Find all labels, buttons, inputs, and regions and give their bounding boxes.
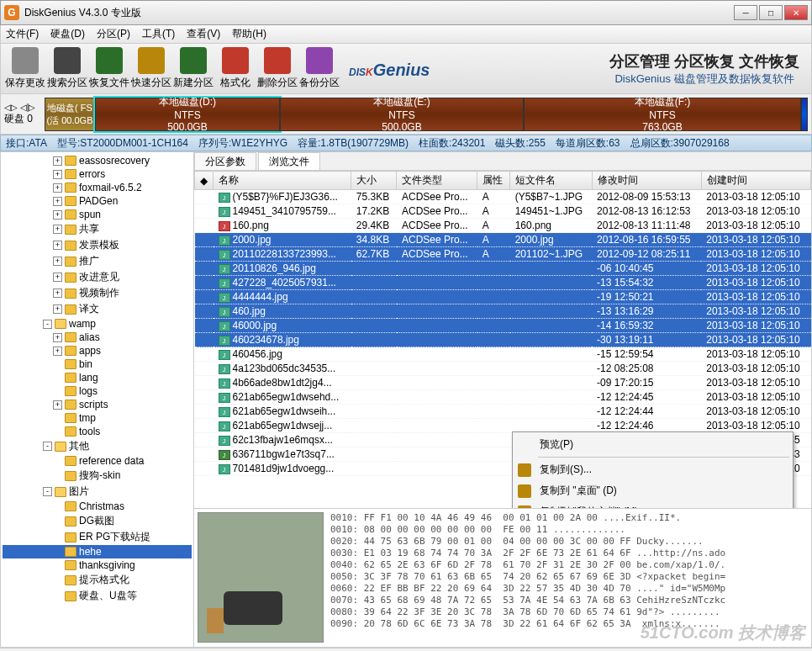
file-row[interactable]: J4444444.jpg-19 12:50:212013-03-18 12:05… xyxy=(195,290,811,304)
column-header[interactable]: 文件类型 xyxy=(397,172,477,190)
partition[interactable]: 本地磁盘(F:)NTFS763.0GB xyxy=(524,98,801,131)
menu-item[interactable]: 文件(F) xyxy=(6,27,39,41)
tree-item[interactable]: -其他 xyxy=(3,438,192,454)
file-row[interactable]: J20110826_946.jpg-06 10:40:452013-03-18 … xyxy=(195,262,811,276)
column-header[interactable]: 属性 xyxy=(477,172,510,190)
file-row[interactable]: J(Y5$B7}%FJ)EJ3G36...75.3KBACDSee Pro...… xyxy=(195,190,811,204)
tree-item[interactable]: 提示格式化 xyxy=(3,572,192,588)
status-bar: 将当前选定的文件从磁盘上彻底删除。 xyxy=(0,648,812,651)
file-row[interactable]: J621ab65egw1dwsejj...-12 12:24:462013-03… xyxy=(195,419,811,433)
tree-item[interactable]: +foxmail-v6.5.2 xyxy=(3,181,192,194)
tree-item[interactable]: 硬盘、U盘等 xyxy=(3,588,192,604)
menu-item[interactable]: 复制到 "桌面" (D) xyxy=(514,480,791,501)
file-row[interactable]: J460456.jpg-15 12:59:542013-03-18 12:05:… xyxy=(195,347,811,362)
column-header[interactable]: 修改时间 xyxy=(592,172,701,190)
tree-item[interactable]: reference data xyxy=(3,454,192,468)
menu-item[interactable]: 分区(P) xyxy=(97,27,130,41)
toolbar-button[interactable]: 快速分区 xyxy=(130,47,172,90)
tab[interactable]: 分区参数 xyxy=(194,152,256,170)
window-title: DiskGenius V4.3.0 专业版 xyxy=(24,6,734,20)
tree-item[interactable]: +视频制作 xyxy=(3,285,192,301)
file-row[interactable]: J4a123bd065dc34535...-12 08:25:082013-03… xyxy=(195,362,811,376)
tree-item[interactable]: thanksgiving xyxy=(3,558,192,572)
column-header[interactable]: 短文件名 xyxy=(510,172,592,190)
disk-info-bar: 接口:ATA 型号:ST2000DM001-1CH164 序列号:W1E2YHY… xyxy=(0,135,812,151)
tree-item[interactable]: -wamp xyxy=(3,317,192,331)
app-icon: G xyxy=(4,5,19,20)
tree-item[interactable]: +PADGen xyxy=(3,194,192,208)
brand-slogan: 分区管理 分区恢复 文件恢复 DiskGenius 磁盘管理及数据恢复软件 xyxy=(609,51,808,87)
file-row[interactable]: J2000.jpg34.8KBACDSee Pro...A2000.jpg201… xyxy=(195,233,811,247)
tree-item[interactable]: tmp xyxy=(3,411,192,425)
file-row[interactable]: J46000.jpg-14 16:59:322013-03-18 12:05:1… xyxy=(195,319,811,333)
toolbar-button[interactable]: 新建分区 xyxy=(172,47,214,90)
partition[interactable]: 本地磁盘(E:)NTFS500.0GB xyxy=(280,98,524,131)
tree-item[interactable]: +译文 xyxy=(3,301,192,317)
tab[interactable]: 浏览文件 xyxy=(258,152,320,170)
partition[interactable]: 本地磁盘(D:)NTFS500.0GB xyxy=(95,98,280,131)
tree-item[interactable]: ER PG下载站提 xyxy=(3,529,192,545)
tree-item[interactable]: tools xyxy=(3,425,192,438)
toolbar-button[interactable]: 保存更改 xyxy=(4,47,46,90)
thumbnail xyxy=(198,512,324,643)
tree-item[interactable]: hehe xyxy=(3,545,192,558)
file-grid[interactable]: ◆名称大小文件类型属性短文件名修改时间创建时间 J(Y5$B7}%FJ)EJ3G… xyxy=(194,171,811,508)
toolbar: 保存更改搜索分区恢复文件快速分区新建分区格式化删除分区备份分区 DISKGeni… xyxy=(0,44,812,94)
tree-item[interactable]: +共享 xyxy=(3,221,192,237)
brand-logo: DISKGenius xyxy=(349,56,430,82)
column-header[interactable]: 创建时间 xyxy=(701,172,810,190)
tree-item[interactable]: +apps xyxy=(3,344,192,357)
toolbar-button[interactable]: 格式化 xyxy=(214,47,256,90)
partition[interactable]: 地磁盘( FS (活 00.0GB xyxy=(45,98,95,131)
file-row[interactable]: J621ab65egw1dwseih...-12 12:24:442013-03… xyxy=(195,405,811,419)
partition-bar: ◁▷ ◁|▷ 硬盘 0 地磁盘( FS (活 00.0GB本地磁盘(D:)NTF… xyxy=(0,94,812,135)
tree-item[interactable]: +eassosrecovery xyxy=(3,154,192,167)
menu-item[interactable]: 复制到(S)... xyxy=(514,459,791,480)
menu-item[interactable]: 硬盘(D) xyxy=(50,27,85,41)
tree-item[interactable]: +alias xyxy=(3,331,192,344)
tree-item[interactable]: +spun xyxy=(3,208,192,221)
tree-item[interactable]: logs xyxy=(3,384,192,398)
folder-tree[interactable]: +eassosrecovery+errors+foxmail-v6.5.2+PA… xyxy=(1,152,194,647)
minimize-button[interactable]: ─ xyxy=(734,5,757,20)
tree-item[interactable]: Christmas xyxy=(3,500,192,513)
file-row[interactable]: J621ab65egw1dwsehd...-12 12:24:452013-03… xyxy=(195,390,811,405)
toolbar-button[interactable]: 备份分区 xyxy=(298,47,340,90)
file-row[interactable]: J20110228133723993...62.7KBACDSee Pro...… xyxy=(195,247,811,262)
tree-item[interactable]: +发票模板 xyxy=(3,237,192,253)
tree-item[interactable]: +改进意见 xyxy=(3,269,192,285)
tree-item[interactable]: -图片 xyxy=(3,484,192,500)
tree-item[interactable]: +scripts xyxy=(3,398,192,411)
column-header[interactable]: 大小 xyxy=(351,172,397,190)
toolbar-button[interactable]: 删除分区 xyxy=(256,47,298,90)
hex-view: 0010: FF F1 00 10 4A 46 49 46 00 01 01 0… xyxy=(327,509,811,647)
file-row[interactable]: J460.jpg-13 13:16:292013-03-18 12:05:10 xyxy=(195,304,811,319)
menu-item[interactable]: 预览(P) xyxy=(514,434,791,455)
file-row[interactable]: J4b66ade8bw1dt2jg4...-09 17:20:152013-03… xyxy=(195,376,811,390)
menu-item[interactable]: 查看(V) xyxy=(187,27,220,41)
tree-item[interactable]: lang xyxy=(3,371,192,384)
column-header[interactable]: 名称 xyxy=(214,172,351,190)
toolbar-button[interactable]: 搜索分区 xyxy=(46,47,88,90)
tree-item[interactable]: DG截图 xyxy=(3,513,192,529)
tree-item[interactable]: bin xyxy=(3,357,192,371)
menubar: 文件(F)硬盘(D)分区(P)工具(T)查看(V)帮助(H) xyxy=(0,25,812,44)
tree-item[interactable]: 搜狗-skin xyxy=(3,468,192,484)
file-row[interactable]: J427228_4025057931...-13 15:54:322013-03… xyxy=(195,276,811,290)
file-row[interactable]: J160.png29.4KBACDSee Pro...A160.png2012-… xyxy=(195,219,811,233)
toolbar-button[interactable]: 恢复文件 xyxy=(88,47,130,90)
preview-pane: 0010: FF F1 00 10 4A 46 49 46 00 01 01 0… xyxy=(194,508,811,647)
menu-item[interactable]: 复制到 "我的文档" (M) xyxy=(514,501,791,508)
tabs: 分区参数浏览文件 xyxy=(194,152,811,171)
context-menu: 预览(P)复制到(S)...复制到 "桌面" (D)复制到 "我的文档" (M)… xyxy=(512,431,794,508)
menu-item[interactable]: 工具(T) xyxy=(142,27,175,41)
close-button[interactable]: ✕ xyxy=(784,5,808,20)
menu-item[interactable]: 帮助(H) xyxy=(232,27,266,41)
titlebar: G DiskGenius V4.3.0 专业版 ─ □ ✕ xyxy=(0,0,812,25)
file-row[interactable]: J460234678.jpg-30 13:19:112013-03-18 12:… xyxy=(195,333,811,347)
file-row[interactable]: J149451_3410795759...17.2KBACDSee Pro...… xyxy=(195,204,811,219)
tree-item[interactable]: +推广 xyxy=(3,253,192,269)
maximize-button[interactable]: □ xyxy=(759,5,783,20)
tree-item[interactable]: +errors xyxy=(3,167,192,181)
